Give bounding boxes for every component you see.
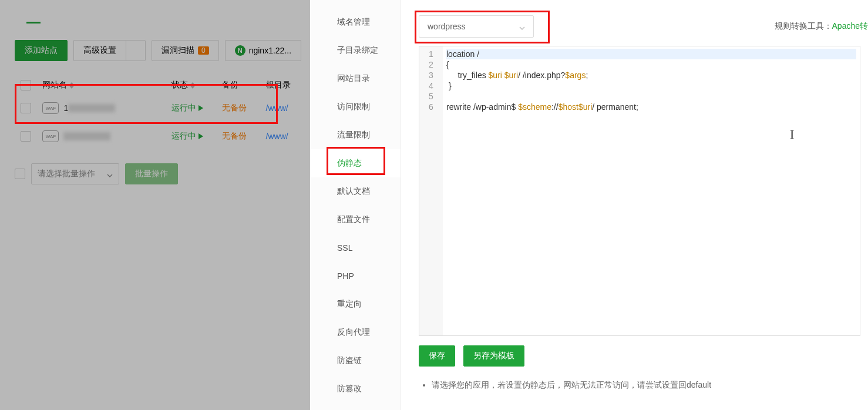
select-all-checkbox[interactable] xyxy=(21,80,31,90)
add-site-button[interactable]: 添加站点 xyxy=(15,40,68,61)
modal-side-menu: 域名管理子目录绑定网站目录访问限制流量限制伪静态默认文档配置文件SSLPHP重定… xyxy=(310,0,401,410)
sort-icon xyxy=(69,82,74,89)
toolbar: 添加站点 高级设置 漏洞扫描0 Nnginx1.22... xyxy=(6,40,304,61)
tab-2[interactable] xyxy=(52,6,66,23)
batch-placeholder: 请选择批量操作 xyxy=(38,169,95,179)
tip-item: 请选择您的应用，若设置伪静态后，网站无法正常访问，请尝试设置回default xyxy=(432,378,868,391)
code-content[interactable]: location / { try_files $uri $uri/ /index… xyxy=(443,46,860,335)
blurred-text xyxy=(63,132,110,140)
menu-item-3[interactable]: 访问限制 xyxy=(310,93,401,121)
menu-item-8[interactable]: SSL xyxy=(310,234,401,262)
menu-item-13[interactable]: 防篡改 xyxy=(310,375,401,403)
sort-icon xyxy=(190,82,195,89)
menu-item-4[interactable]: 流量限制 xyxy=(310,121,401,149)
menu-item-11[interactable]: 反向代理 xyxy=(310,318,401,347)
template-select-value: wordpress xyxy=(428,22,466,31)
batch-button[interactable]: 批量操作 xyxy=(125,163,178,184)
table-row[interactable]: WAF1 运行中 无备份 /www/ xyxy=(15,94,304,122)
col-name[interactable]: 网站名 xyxy=(42,80,171,90)
table-header: 网站名 状态 备份 根目录 xyxy=(15,76,304,94)
root-link[interactable]: /www/ xyxy=(266,103,304,113)
tab-active[interactable] xyxy=(26,6,41,23)
row-checkbox[interactable] xyxy=(21,103,31,113)
batch-checkbox[interactable] xyxy=(15,169,25,179)
menu-item-5[interactable]: 伪静态 xyxy=(310,149,401,177)
menu-item-10[interactable]: 重定向 xyxy=(310,290,401,318)
background-page: 添加站点 高级设置 漏洞扫描0 Nnginx1.22... 网站名 状态 备份 … xyxy=(0,0,310,410)
col-backup: 备份 xyxy=(222,80,266,90)
page-tabs xyxy=(6,6,304,23)
convert-label-text: 规则转换工具： xyxy=(775,21,832,31)
col-root: 根目录 xyxy=(266,80,304,90)
waf-icon: WAF xyxy=(42,130,59,142)
vuln-scan-label: 漏洞扫描 xyxy=(162,45,194,56)
backup-link[interactable]: 无备份 xyxy=(222,103,266,113)
backup-link[interactable]: 无备份 xyxy=(222,131,266,142)
site-name[interactable]: 1 xyxy=(63,103,68,113)
chevron-down-icon xyxy=(107,171,113,177)
blurred-text xyxy=(68,104,115,112)
menu-item-7[interactable]: 配置文件 xyxy=(310,206,401,234)
save-button[interactable]: 保存 xyxy=(419,345,455,367)
status-label: 运行中 xyxy=(171,131,196,142)
col-name-label: 网站名 xyxy=(42,80,67,90)
col-status-label: 状态 xyxy=(171,80,188,90)
site-settings-modal: 域名管理子目录绑定网站目录访问限制流量限制伪静态默认文档配置文件SSLPHP重定… xyxy=(310,0,868,410)
play-icon xyxy=(199,105,203,111)
line-gutter: 123456 xyxy=(419,46,443,335)
nginx-label: nginx1.22... xyxy=(249,46,291,55)
template-select[interactable]: wordpress xyxy=(419,15,534,38)
advanced-split-button[interactable]: 高级设置 xyxy=(73,40,146,61)
root-link[interactable]: /www/ xyxy=(266,132,304,141)
nginx-button[interactable]: Nnginx1.22... xyxy=(225,40,301,61)
menu-item-6[interactable]: 默认文档 xyxy=(310,177,401,206)
menu-item-12[interactable]: 防盗链 xyxy=(310,347,401,375)
table-row[interactable]: WAF 运行中 无备份 /www/ xyxy=(15,122,304,150)
chevron-down-icon xyxy=(519,23,525,29)
modal-content: wordpress 规则转换工具：Apache转 123456 location… xyxy=(401,0,868,410)
vuln-scan-button[interactable]: 漏洞扫描0 xyxy=(152,40,219,61)
status-running[interactable]: 运行中 xyxy=(171,103,222,113)
menu-item-9[interactable]: PHP xyxy=(310,262,401,290)
text-cursor-icon: I xyxy=(790,127,794,142)
editor-buttons: 保存 另存为模板 xyxy=(419,345,868,367)
nginx-icon: N xyxy=(235,45,245,56)
menu-item-0[interactable]: 域名管理 xyxy=(310,8,401,36)
advanced-dropdown-icon[interactable] xyxy=(126,40,146,61)
batch-select[interactable]: 请选择批量操作 xyxy=(31,163,119,184)
save-as-template-button[interactable]: 另存为模板 xyxy=(463,345,524,367)
convert-tool: 规则转换工具：Apache转 xyxy=(775,21,868,32)
batch-row: 请选择批量操作 批量操作 xyxy=(6,163,304,184)
site-table: 网站名 状态 备份 根目录 WAF1 运行中 无备份 /www/ WAF 运行中… xyxy=(6,76,304,150)
apache-convert-link[interactable]: Apache转 xyxy=(832,21,868,31)
play-icon xyxy=(199,133,203,139)
row-checkbox[interactable] xyxy=(21,131,31,142)
advanced-button[interactable]: 高级设置 xyxy=(73,40,126,61)
vuln-count-badge: 0 xyxy=(198,46,209,55)
code-editor[interactable]: 123456 location / { try_files $uri $uri/… xyxy=(419,46,860,336)
status-label: 运行中 xyxy=(171,103,196,113)
col-status[interactable]: 状态 xyxy=(171,80,222,90)
menu-item-1[interactable]: 子目录绑定 xyxy=(310,36,401,65)
waf-icon: WAF xyxy=(42,102,59,114)
tips-list: 请选择您的应用，若设置伪静态后，网站无法正常访问，请尝试设置回default xyxy=(419,378,868,391)
menu-item-2[interactable]: 网站目录 xyxy=(310,65,401,93)
status-running[interactable]: 运行中 xyxy=(171,131,222,142)
